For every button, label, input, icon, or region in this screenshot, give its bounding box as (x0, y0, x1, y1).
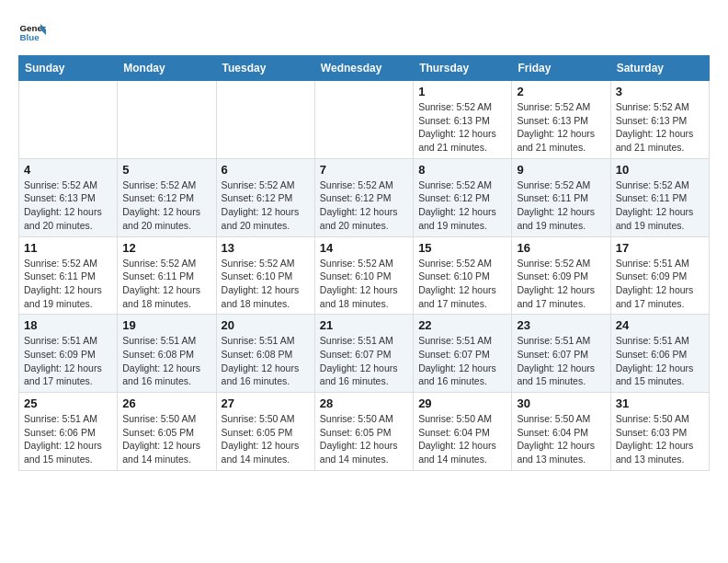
calendar-cell: 21Sunrise: 5:51 AMSunset: 6:07 PMDayligh… (314, 315, 413, 393)
day-number: 19 (122, 318, 210, 332)
day-number: 1 (418, 85, 506, 98)
day-number: 17 (616, 241, 704, 255)
calendar-cell: 31Sunrise: 5:50 AMSunset: 6:03 PMDayligh… (610, 393, 709, 471)
header: General Blue (18, 18, 710, 46)
calendar-week-row: 1Sunrise: 5:52 AMSunset: 6:13 PMDaylight… (19, 81, 710, 159)
calendar-cell: 27Sunrise: 5:50 AMSunset: 6:05 PMDayligh… (216, 393, 314, 471)
day-number: 8 (418, 163, 506, 177)
day-number: 18 (24, 318, 112, 332)
calendar-cell: 22Sunrise: 5:51 AMSunset: 6:07 PMDayligh… (414, 315, 512, 393)
day-number: 22 (418, 318, 506, 332)
day-info: Sunrise: 5:52 AMSunset: 6:10 PMDaylight:… (418, 257, 506, 311)
day-info: Sunrise: 5:50 AMSunset: 6:03 PMDaylight:… (616, 412, 704, 466)
weekday-header: Tuesday (216, 56, 314, 81)
day-number: 25 (24, 396, 112, 410)
calendar-cell: 3Sunrise: 5:52 AMSunset: 6:13 PMDaylight… (610, 81, 709, 159)
calendar-cell: 23Sunrise: 5:51 AMSunset: 6:07 PMDayligh… (512, 315, 610, 393)
day-info: Sunrise: 5:50 AMSunset: 6:04 PMDaylight:… (517, 412, 605, 466)
calendar-week-row: 25Sunrise: 5:51 AMSunset: 6:06 PMDayligh… (19, 393, 710, 471)
day-number: 4 (24, 163, 112, 177)
calendar-cell: 13Sunrise: 5:52 AMSunset: 6:10 PMDayligh… (216, 236, 314, 315)
day-info: Sunrise: 5:52 AMSunset: 6:12 PMDaylight:… (122, 178, 210, 233)
day-info: Sunrise: 5:52 AMSunset: 6:12 PMDaylight:… (222, 178, 310, 233)
calendar-cell: 15Sunrise: 5:52 AMSunset: 6:10 PMDayligh… (414, 236, 512, 315)
day-info: Sunrise: 5:52 AMSunset: 6:11 PMDaylight:… (24, 257, 112, 311)
calendar-cell: 20Sunrise: 5:51 AMSunset: 6:08 PMDayligh… (216, 315, 314, 393)
day-info: Sunrise: 5:51 AMSunset: 6:07 PMDaylight:… (320, 334, 408, 388)
day-info: Sunrise: 5:51 AMSunset: 6:06 PMDaylight:… (616, 334, 704, 388)
day-info: Sunrise: 5:51 AMSunset: 6:07 PMDaylight:… (517, 334, 605, 388)
calendar-cell: 24Sunrise: 5:51 AMSunset: 6:06 PMDayligh… (610, 315, 709, 393)
day-info: Sunrise: 5:50 AMSunset: 6:05 PMDaylight:… (122, 412, 210, 466)
weekday-header: Monday (118, 56, 216, 81)
calendar-table: SundayMondayTuesdayWednesdayThursdayFrid… (18, 55, 710, 471)
weekday-header: Thursday (414, 56, 512, 81)
day-info: Sunrise: 5:51 AMSunset: 6:09 PMDaylight:… (616, 257, 704, 311)
day-info: Sunrise: 5:52 AMSunset: 6:11 PMDaylight:… (517, 178, 605, 233)
day-info: Sunrise: 5:52 AMSunset: 6:10 PMDaylight:… (222, 257, 310, 311)
day-info: Sunrise: 5:52 AMSunset: 6:13 PMDaylight:… (517, 100, 605, 155)
day-info: Sunrise: 5:52 AMSunset: 6:13 PMDaylight:… (616, 100, 704, 155)
day-number: 30 (517, 396, 605, 410)
calendar-week-row: 18Sunrise: 5:51 AMSunset: 6:09 PMDayligh… (19, 315, 710, 393)
calendar-week-row: 11Sunrise: 5:52 AMSunset: 6:11 PMDayligh… (19, 236, 710, 315)
day-number: 21 (320, 318, 408, 332)
calendar-cell: 9Sunrise: 5:52 AMSunset: 6:11 PMDaylight… (512, 158, 610, 236)
day-number: 14 (320, 241, 408, 255)
day-info: Sunrise: 5:51 AMSunset: 6:08 PMDaylight:… (122, 334, 210, 388)
calendar-cell: 10Sunrise: 5:52 AMSunset: 6:11 PMDayligh… (610, 158, 709, 236)
day-info: Sunrise: 5:51 AMSunset: 6:09 PMDaylight:… (24, 334, 112, 388)
day-info: Sunrise: 5:52 AMSunset: 6:13 PMDaylight:… (418, 100, 506, 155)
day-number: 2 (517, 85, 605, 98)
day-info: Sunrise: 5:52 AMSunset: 6:10 PMDaylight:… (320, 257, 408, 311)
calendar-cell: 4Sunrise: 5:52 AMSunset: 6:13 PMDaylight… (19, 158, 118, 236)
day-number: 11 (24, 241, 112, 255)
calendar-cell (216, 81, 314, 159)
calendar-cell: 28Sunrise: 5:50 AMSunset: 6:05 PMDayligh… (314, 393, 413, 471)
day-number: 12 (122, 241, 210, 255)
day-number: 20 (222, 318, 310, 332)
calendar-cell: 11Sunrise: 5:52 AMSunset: 6:11 PMDayligh… (19, 236, 118, 315)
day-info: Sunrise: 5:51 AMSunset: 6:07 PMDaylight:… (418, 334, 506, 388)
calendar-cell: 12Sunrise: 5:52 AMSunset: 6:11 PMDayligh… (118, 236, 216, 315)
day-number: 28 (320, 396, 408, 410)
day-number: 27 (222, 396, 310, 410)
day-info: Sunrise: 5:52 AMSunset: 6:09 PMDaylight:… (517, 257, 605, 311)
day-info: Sunrise: 5:50 AMSunset: 6:05 PMDaylight:… (320, 412, 408, 466)
calendar-cell: 8Sunrise: 5:52 AMSunset: 6:12 PMDaylight… (414, 158, 512, 236)
day-number: 7 (320, 163, 408, 177)
day-number: 31 (616, 396, 704, 410)
day-info: Sunrise: 5:51 AMSunset: 6:06 PMDaylight:… (24, 412, 112, 466)
weekday-header-row: SundayMondayTuesdayWednesdayThursdayFrid… (19, 56, 710, 81)
calendar-cell: 26Sunrise: 5:50 AMSunset: 6:05 PMDayligh… (118, 393, 216, 471)
day-number: 5 (122, 163, 210, 177)
calendar-cell: 19Sunrise: 5:51 AMSunset: 6:08 PMDayligh… (118, 315, 216, 393)
calendar-cell (314, 81, 413, 159)
day-number: 10 (616, 163, 704, 177)
day-info: Sunrise: 5:52 AMSunset: 6:13 PMDaylight:… (24, 178, 112, 233)
weekday-header: Wednesday (314, 56, 413, 81)
day-number: 6 (222, 163, 310, 177)
day-info: Sunrise: 5:50 AMSunset: 6:05 PMDaylight:… (222, 412, 310, 466)
weekday-header: Sunday (19, 56, 118, 81)
day-number: 9 (517, 163, 605, 177)
calendar-cell: 29Sunrise: 5:50 AMSunset: 6:04 PMDayligh… (414, 393, 512, 471)
logo-icon: General Blue (18, 18, 46, 46)
calendar-cell: 17Sunrise: 5:51 AMSunset: 6:09 PMDayligh… (610, 236, 709, 315)
calendar-cell: 1Sunrise: 5:52 AMSunset: 6:13 PMDaylight… (414, 81, 512, 159)
day-number: 15 (418, 241, 506, 255)
calendar-cell (19, 81, 118, 159)
day-info: Sunrise: 5:51 AMSunset: 6:08 PMDaylight:… (222, 334, 310, 388)
calendar-cell: 5Sunrise: 5:52 AMSunset: 6:12 PMDaylight… (118, 158, 216, 236)
day-number: 29 (418, 396, 506, 410)
day-info: Sunrise: 5:50 AMSunset: 6:04 PMDaylight:… (418, 412, 506, 466)
calendar-cell: 6Sunrise: 5:52 AMSunset: 6:12 PMDaylight… (216, 158, 314, 236)
day-info: Sunrise: 5:52 AMSunset: 6:12 PMDaylight:… (320, 178, 408, 233)
calendar-cell: 30Sunrise: 5:50 AMSunset: 6:04 PMDayligh… (512, 393, 610, 471)
calendar-cell: 18Sunrise: 5:51 AMSunset: 6:09 PMDayligh… (19, 315, 118, 393)
calendar-cell: 16Sunrise: 5:52 AMSunset: 6:09 PMDayligh… (512, 236, 610, 315)
day-number: 26 (122, 396, 210, 410)
day-number: 16 (517, 241, 605, 255)
weekday-header: Saturday (610, 56, 709, 81)
calendar-cell: 25Sunrise: 5:51 AMSunset: 6:06 PMDayligh… (19, 393, 118, 471)
